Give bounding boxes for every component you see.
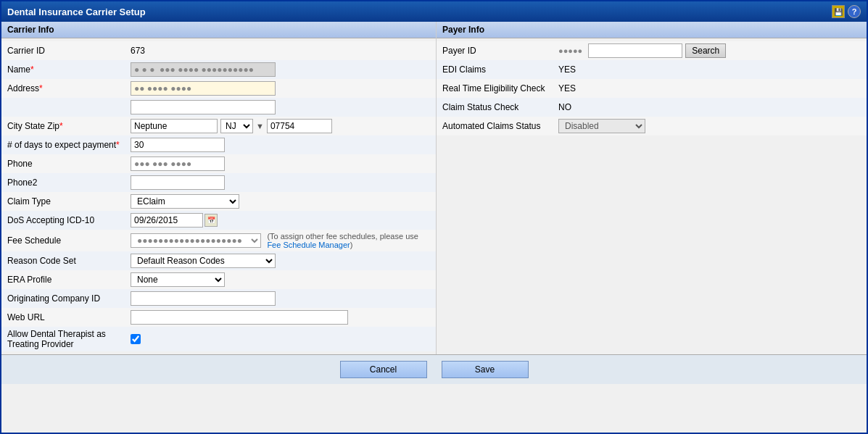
zip-input[interactable] [267, 119, 332, 133]
days-payment-row: # of days to expect payment* [1, 135, 436, 154]
claim-status-row: Claim Status Check NO [437, 98, 867, 117]
city-state-zip-inputs: NJ NY CA ▼ [131, 119, 332, 133]
reason-code-label: Reason Code Set [7, 256, 131, 266]
days-payment-label: # of days to expect payment* [7, 140, 131, 150]
automated-claims-label: Automated Claims Status [442, 121, 558, 131]
payer-info-panel: Payer Info Payer ID ●●●●● Search EDI Cla… [437, 22, 867, 354]
dos-input-wrapper: 📅 [131, 213, 218, 228]
fee-schedule-note: (To assign other fee schedules, please u… [267, 232, 430, 249]
fee-schedule-select[interactable]: ●●●●●●●●●●●●●●●●●●●● [131, 233, 261, 248]
title-bar-icons: 💾 ? [832, 5, 861, 18]
search-button[interactable]: Search [685, 43, 726, 58]
city-input[interactable] [131, 119, 218, 133]
address-label: Address* [7, 83, 131, 93]
claim-status-label: Claim Status Check [442, 102, 558, 112]
cancel-button[interactable]: Cancel [340, 361, 427, 378]
main-content: Carrier Info Carrier ID 673 Name* [1, 22, 867, 354]
originating-company-label: Originating Company ID [7, 293, 131, 304]
fee-schedule-row: Fee Schedule ●●●●●●●●●●●●●●●●●●●● (To as… [1, 230, 436, 251]
real-time-label: Real Time Eligibility Check [442, 83, 558, 93]
payer-info-body: Payer ID ●●●●● Search EDI Claims YES Rea… [437, 38, 867, 138]
save-button[interactable]: Save [442, 361, 529, 378]
phone2-row: Phone2 [1, 173, 436, 192]
name-row: Name* [1, 60, 436, 79]
allow-dental-row: Allow Dental Therapist as Treating Provi… [1, 327, 436, 351]
payer-id-label: Payer ID [442, 46, 558, 56]
phone-label: Phone [7, 159, 131, 169]
payer-id-row: Payer ID ●●●●● Search [437, 41, 867, 60]
city-state-zip-row: City State Zip* NJ NY CA ▼ [1, 117, 436, 135]
city-state-zip-label: City State Zip* [7, 121, 131, 131]
calendar-icon[interactable]: 📅 [204, 214, 218, 227]
era-profile-label: ERA Profile [7, 275, 131, 285]
save-icon[interactable]: 💾 [832, 5, 845, 18]
claim-type-label: Claim Type [7, 196, 131, 206]
help-icon[interactable]: ? [848, 5, 861, 18]
main-window: Dental Insurance Carrier Setup 💾 ? Carri… [0, 0, 868, 434]
real-time-value: YES [558, 83, 576, 93]
state-dropdown-arrow: ▼ [256, 122, 264, 130]
name-input[interactable] [131, 62, 276, 77]
fee-schedule-label: Fee Schedule [7, 235, 131, 246]
payer-id-input[interactable] [588, 43, 682, 58]
reason-code-row: Reason Code Set Default Reason Codes Cus… [1, 251, 436, 270]
allow-dental-label: Allow Dental Therapist as Treating Provi… [7, 329, 131, 349]
title-bar: Dental Insurance Carrier Setup 💾 ? [1, 1, 867, 22]
phone2-label: Phone2 [7, 178, 131, 188]
automated-claims-row: Automated Claims Status Disabled Enabled [437, 117, 867, 135]
edi-claims-row: EDI Claims YES [437, 60, 867, 79]
carrier-info-panel: Carrier Info Carrier ID 673 Name* [1, 22, 437, 354]
dos-label: DoS Accepting ICD-10 [7, 215, 131, 225]
payer-info-header: Payer Info [437, 22, 867, 38]
web-url-row: Web URL [1, 308, 436, 327]
carrier-id-label: Carrier ID [7, 46, 131, 56]
address-row: Address* [1, 79, 436, 98]
edi-claims-value: YES [558, 64, 576, 75]
reason-code-select[interactable]: Default Reason Codes Custom [131, 254, 276, 268]
carrier-info-body: Carrier ID 673 Name* Address* [1, 38, 436, 354]
claim-status-value: NO [558, 102, 571, 112]
bottom-bar: Cancel Save [1, 354, 867, 384]
fee-schedule-manager-link[interactable]: Fee Schedule Manager [267, 241, 350, 249]
web-url-input[interactable] [131, 310, 348, 325]
state-select[interactable]: NJ NY CA [220, 119, 253, 133]
address-line2-row [1, 98, 436, 117]
automated-claims-select[interactable]: Disabled Enabled [558, 119, 645, 133]
era-profile-select[interactable]: None Option1 [131, 272, 225, 287]
address-line2-input[interactable] [131, 100, 276, 114]
dos-input[interactable] [131, 213, 203, 228]
fee-schedule-controls: ●●●●●●●●●●●●●●●●●●●● (To assign other fe… [131, 232, 430, 249]
edi-claims-label: EDI Claims [442, 64, 558, 75]
originating-company-input[interactable] [131, 291, 276, 306]
dos-row: DoS Accepting ICD-10 📅 [1, 211, 436, 230]
name-label: Name* [7, 64, 131, 75]
allow-dental-checkbox[interactable] [131, 334, 141, 344]
window-title: Dental Insurance Carrier Setup [7, 7, 146, 17]
originating-company-row: Originating Company ID [1, 289, 436, 308]
phone2-input[interactable] [131, 175, 225, 190]
address-line1-input[interactable] [131, 81, 276, 96]
days-payment-input[interactable] [131, 138, 225, 152]
real-time-row: Real Time Eligibility Check YES [437, 79, 867, 98]
phone-row: Phone [1, 154, 436, 173]
web-url-label: Web URL [7, 312, 131, 322]
claim-type-row: Claim Type EClaim Paper Both [1, 192, 436, 211]
payer-id-masked: ●●●●● [558, 46, 582, 55]
claim-type-select[interactable]: EClaim Paper Both [131, 194, 239, 209]
phone-input[interactable] [131, 157, 225, 171]
carrier-info-header: Carrier Info [1, 22, 436, 38]
carrier-id-value: 673 [131, 46, 145, 56]
payer-id-controls: ●●●●● Search [558, 43, 726, 58]
carrier-id-row: Carrier ID 673 [1, 41, 436, 60]
era-profile-row: ERA Profile None Option1 [1, 270, 436, 289]
